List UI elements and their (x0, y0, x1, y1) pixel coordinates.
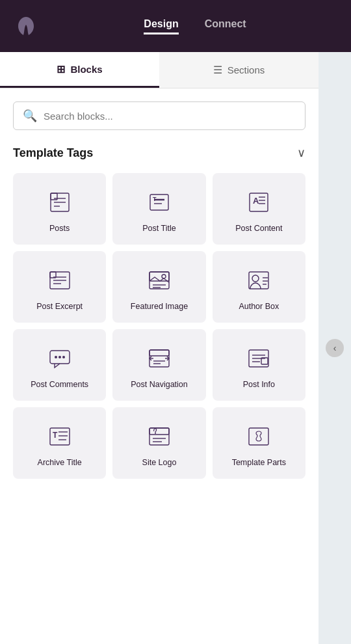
sub-tab-sections-label: Sections (228, 64, 265, 75)
block-item-site-logo[interactable]: Site Logo (112, 407, 205, 479)
block-label-template-parts: Template Parts (232, 457, 286, 468)
svg-point-31 (58, 356, 61, 358)
archive-title-icon: T (46, 422, 74, 451)
block-item-featured-image[interactable]: Featured Image (112, 251, 205, 323)
block-item-post-content[interactable]: A Post Content (213, 173, 306, 245)
block-label-post-comments: Post Comments (31, 379, 88, 390)
section-header: Template Tags ∨ (0, 137, 318, 167)
svg-point-49 (155, 433, 156, 434)
block-item-archive-title[interactable]: T Archive Title (13, 407, 106, 479)
sub-tab-sections[interactable]: ☰ Sections (159, 52, 318, 88)
block-item-post-navigation[interactable]: Post Navigation (112, 329, 205, 401)
svg-text:A: A (253, 196, 259, 206)
post-title-icon: T (145, 188, 174, 217)
svg-text:T: T (153, 196, 157, 202)
block-label-post-excerpt: Post Excerpt (36, 301, 83, 312)
block-label-archive-title: Archive Title (38, 457, 82, 468)
search-container: 🔍 (0, 88, 318, 137)
block-item-post-info[interactable]: Post Info (213, 329, 306, 401)
svg-rect-47 (150, 428, 169, 445)
block-label-post-navigation: Post Navigation (131, 379, 188, 390)
app-header: Design Connect (0, 0, 351, 52)
svg-point-32 (62, 356, 65, 358)
site-logo-icon (145, 422, 174, 451)
block-item-post-comments[interactable]: Post Comments (13, 329, 106, 401)
template-parts-icon (244, 422, 273, 451)
search-box: 🔍 (13, 101, 306, 130)
block-item-author-box[interactable]: Author Box (213, 251, 306, 323)
block-label-featured-image: Featured Image (131, 301, 188, 312)
svg-point-21 (162, 275, 166, 278)
post-comments-icon (46, 344, 74, 373)
block-label-site-logo: Site Logo (142, 457, 177, 468)
block-label-post-info: Post Info (243, 379, 275, 390)
blocks-grid: Posts T Post Title A Post Content Post E… (0, 167, 318, 492)
svg-point-30 (55, 356, 57, 358)
right-panel-edge: ‹ (318, 52, 351, 644)
block-item-post-title[interactable]: T Post Title (112, 173, 205, 245)
block-label-post-title: Post Title (142, 223, 176, 234)
svg-rect-52 (249, 428, 268, 445)
svg-rect-34 (150, 350, 169, 356)
svg-text:T: T (53, 431, 58, 440)
sub-tab-blocks-label: Blocks (70, 64, 102, 75)
post-content-icon: A (244, 188, 273, 217)
search-input[interactable] (44, 111, 296, 122)
search-icon: 🔍 (23, 109, 37, 123)
post-navigation-icon (145, 344, 174, 373)
collapse-panel-button[interactable]: ‹ (326, 339, 344, 357)
header-tabs: Design Connect (52, 18, 338, 34)
sections-icon: ☰ (213, 64, 222, 76)
block-label-author-box: Author Box (239, 301, 279, 312)
blocks-icon: ⊞ (57, 63, 65, 75)
block-item-template-parts[interactable]: Template Parts (213, 407, 306, 479)
header-tab-design[interactable]: Design (144, 18, 178, 34)
panel: ⊞ Blocks ☰ Sections 🔍 Template Tags ∨ Po… (0, 52, 318, 644)
author-box-icon (244, 266, 273, 295)
block-label-post-content: Post Content (235, 223, 282, 234)
header-tab-connect[interactable]: Connect (205, 18, 246, 34)
svg-rect-24 (249, 272, 268, 289)
post-excerpt-icon (46, 266, 74, 295)
block-label-posts: Posts (49, 223, 70, 234)
sub-tab-blocks[interactable]: ⊞ Blocks (0, 52, 159, 88)
featured-image-icon (145, 266, 174, 295)
app-logo (13, 13, 39, 39)
svg-point-25 (252, 275, 259, 282)
posts-icon (46, 188, 74, 217)
block-item-post-excerpt[interactable]: Post Excerpt (13, 251, 106, 323)
svg-rect-48 (150, 428, 169, 435)
sub-tabs: ⊞ Blocks ☰ Sections (0, 52, 318, 88)
block-item-posts[interactable]: Posts (13, 173, 106, 245)
section-collapse-button[interactable]: ∨ (297, 146, 306, 160)
post-info-icon (244, 344, 273, 373)
section-title: Template Tags (13, 146, 93, 160)
